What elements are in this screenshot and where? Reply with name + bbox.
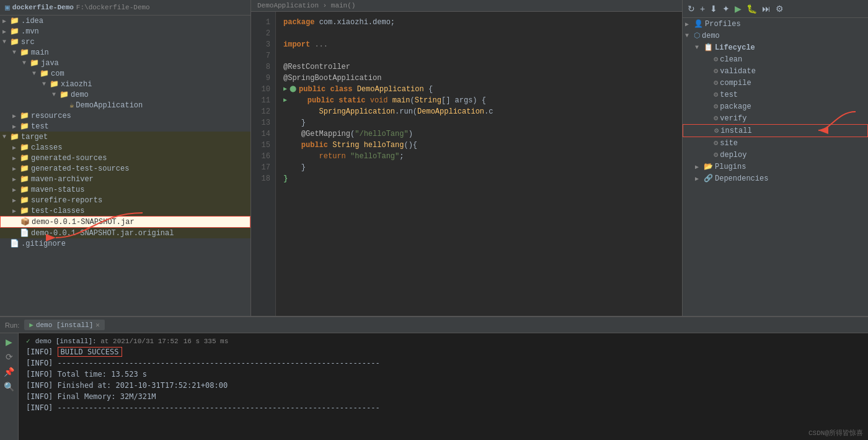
- tree-item[interactable]: ▶ 📁 generated-sources: [0, 153, 250, 163]
- run-search-btn[interactable]: 🔍: [4, 382, 14, 392]
- tree-item[interactable]: ▶ 📁 test-classes: [0, 205, 250, 216]
- maven-new-btn[interactable]: ✦: [721, 2, 731, 15]
- tree-label: demo-0.0.1-SNAPSHOT.jar.original: [31, 229, 174, 238]
- tree-item[interactable]: ▼ 📁 main: [0, 47, 250, 58]
- maven-deps-icon: 🔗: [704, 174, 713, 183]
- code-line: @SpringBootApplication: [283, 73, 675, 84]
- maven-package-label: package: [720, 102, 751, 111]
- editor-content[interactable]: 1 2 3 7 8 9 10 11 12 13 14 15 16 17 18 p…: [251, 12, 682, 316]
- tree-item[interactable]: ▶ 📁 generated-test-sources: [0, 163, 250, 174]
- maven-site-item[interactable]: ⚙ site: [683, 137, 868, 149]
- tree-item[interactable]: ▶ 📁 maven-archiver: [0, 174, 250, 184]
- tree-label: main: [31, 48, 49, 57]
- java-folder-icon: 📁: [30, 58, 39, 68]
- maven-profiles-icon: 👤: [694, 19, 703, 29]
- run-tab-close[interactable]: ✕: [95, 321, 100, 329]
- run-panel: Run: ▶ demo [install] ✕ ▶ ⟳ 📌 🔍 ✓ demo […: [0, 316, 868, 440]
- maven-lifecycle-icon: 📋: [704, 43, 713, 52]
- tree-item[interactable]: ▶ 📁 classes: [0, 142, 250, 153]
- maven-plugins-item[interactable]: ▶ 📂 Plugins: [683, 161, 868, 173]
- maven-gear-icon: ⚙: [714, 138, 718, 148]
- line-numbers: 1 2 3 7 8 9 10 11 12 13 14 15 16 17 18: [251, 12, 276, 316]
- maven-deploy-item[interactable]: ⚙ deploy: [683, 149, 868, 161]
- folder-icon: 📁: [40, 69, 49, 78]
- maven-refresh-btn[interactable]: ↻: [686, 2, 696, 15]
- tree-item[interactable]: ▼ 📁 demo: [0, 89, 250, 100]
- maven-validate-label: validate: [720, 67, 756, 76]
- maven-arrow-icon: ▼: [695, 44, 704, 51]
- folder-icon: 📁: [20, 164, 29, 173]
- folder-icon: 📁: [10, 16, 19, 25]
- maven-install-item[interactable]: ⚙ install: [683, 124, 868, 137]
- tree-item[interactable]: 📄 .gitignore: [0, 238, 250, 249]
- tree-item[interactable]: ▼ 📁 target: [0, 132, 250, 142]
- code-line: @GetMapping("/helloTang"): [283, 128, 675, 140]
- maven-demo-item[interactable]: ▼ ⬡ demo: [683, 30, 868, 42]
- run-tab[interactable]: ▶ demo [install] ✕: [24, 320, 105, 330]
- maven-package-item[interactable]: ⚙ package: [683, 101, 868, 112]
- tree-label: maven-archiver: [31, 175, 94, 184]
- maven-verify-item[interactable]: ⚙ verify: [683, 112, 868, 124]
- maven-debug-btn[interactable]: 🐛: [745, 2, 758, 15]
- maven-gear-icon: ⚙: [714, 90, 718, 99]
- tree-item[interactable]: ▼ 📁 xiaozhi: [0, 79, 250, 89]
- arrow-icon: ▶: [12, 197, 20, 204]
- tree-item[interactable]: 📄 demo-0.0.1-SNAPSHOT.jar.original: [0, 228, 250, 238]
- tree-item[interactable]: ▶ 📁 test: [0, 121, 250, 132]
- run-console[interactable]: ✓ demo [install]: at 2021/10/31 17:52 16…: [19, 333, 868, 440]
- maven-install-label: install: [720, 127, 751, 135]
- tree-label: .mvn: [21, 27, 39, 36]
- run-stop-btn[interactable]: ⟳: [6, 352, 13, 362]
- editor-breadcrumb: DemoApplication › main(): [251, 0, 682, 12]
- arrow-icon: ▶: [12, 186, 20, 194]
- tree-label: DemoApplication: [76, 101, 143, 110]
- tree-item[interactable]: ▶ 📁 .idea: [0, 16, 250, 26]
- maven-compile-label: compile: [720, 79, 751, 88]
- maven-add-btn[interactable]: +: [699, 2, 706, 15]
- maven-test-item[interactable]: ⚙ test: [683, 89, 868, 101]
- maven-lifecycle-label: Lifecycle: [715, 43, 755, 52]
- maven-skip-btn[interactable]: ⏭: [761, 2, 772, 15]
- maven-lifecycle-item[interactable]: ▼ 📋 Lifecycle: [683, 42, 868, 53]
- folder-icon: 📁: [20, 185, 29, 194]
- arrow-icon: ▼: [2, 133, 10, 140]
- maven-compile-item[interactable]: ⚙ compile: [683, 77, 868, 89]
- line-num: 11: [251, 95, 275, 106]
- tree-item[interactable]: ▶ 📁 maven-status: [0, 184, 250, 195]
- maven-clean-item[interactable]: ⚙ clean: [683, 53, 868, 65]
- arrow-icon: ▼: [52, 91, 60, 98]
- maven-module-icon: ⬡: [694, 31, 700, 40]
- line-num: 12: [251, 106, 275, 117]
- run-pin-btn[interactable]: 📌: [4, 367, 14, 377]
- maven-download-btn[interactable]: ⬇: [709, 2, 719, 15]
- maven-plugins-icon: 📂: [704, 162, 713, 171]
- tree-item[interactable]: ▼ 📁 src: [0, 37, 250, 47]
- run-play-btn[interactable]: ▶: [6, 337, 12, 347]
- maven-run-btn[interactable]: ▶: [733, 2, 743, 15]
- tree-item[interactable]: ▶ 📁 resources: [0, 110, 250, 121]
- line-num: 3: [251, 39, 275, 50]
- maven-gear-icon: ⚙: [714, 66, 718, 76]
- arrow-annotation-area: ▶ 📁 test-classes 📦 demo-0.0.1-SNAPSHOT.j…: [0, 205, 250, 228]
- tree-item[interactable]: ☕ DemoApplication: [0, 100, 250, 110]
- tree-item[interactable]: ▶ 📁 surefire-reports: [0, 195, 250, 205]
- tree-label: demo: [71, 91, 89, 99]
- arrow-icon: ▶: [2, 28, 10, 35]
- jar-file-icon: 📦: [20, 217, 30, 227]
- line-num: 18: [251, 173, 275, 184]
- code-area[interactable]: package com.xiaozhi.demo; import ... @Re…: [276, 12, 682, 316]
- tree-item[interactable]: ▼ 📁 com: [0, 68, 250, 79]
- maven-profiles-item[interactable]: ▶ 👤 Profiles: [683, 18, 868, 30]
- console-line: [INFO] ---------------------------------…: [26, 357, 861, 369]
- maven-deps-item[interactable]: ▶ 🔗 Dependencies: [683, 173, 868, 184]
- maven-panel: ↻ + ⬇ ✦ ▶ 🐛 ⏭ ⚙ ▶ 👤 Profiles ▼ ⬡ demo ▼ …: [682, 0, 868, 316]
- tree-item-jar[interactable]: 📦 demo-0.0.1-SNAPSHOT.jar: [0, 216, 250, 228]
- maven-settings-btn[interactable]: ⚙: [774, 2, 785, 15]
- tree-label: test-classes: [31, 207, 84, 215]
- line-num: 8: [251, 61, 275, 73]
- maven-validate-item[interactable]: ⚙ validate: [683, 65, 868, 77]
- tree-item[interactable]: ▶ 📁 .mvn: [0, 26, 250, 37]
- tree-item[interactable]: ▼ 📁 java: [0, 58, 250, 68]
- line-num: 16: [251, 151, 275, 162]
- folder-icon: 📁: [20, 48, 29, 57]
